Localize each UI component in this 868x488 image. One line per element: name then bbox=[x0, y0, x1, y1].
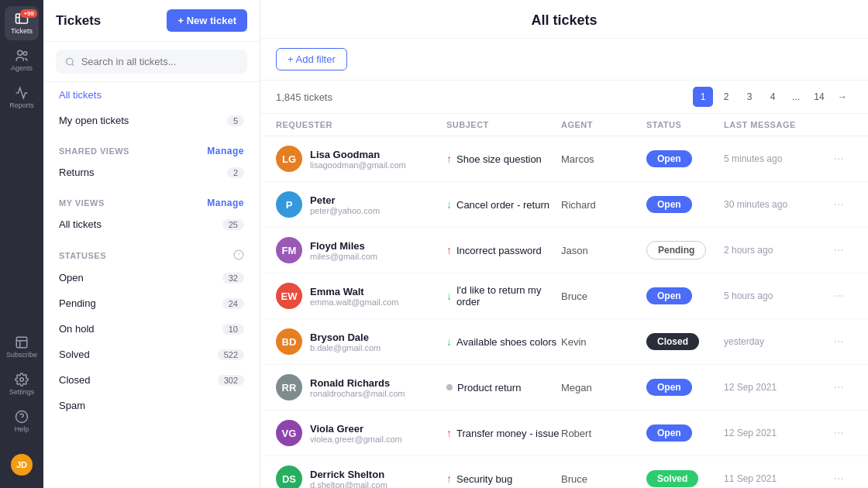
table-body: LG Lisa Goodman lisagoodman@gmail.com ↑ … bbox=[260, 136, 868, 488]
on-hold-count: 10 bbox=[222, 324, 244, 335]
col-actions bbox=[825, 120, 852, 129]
settings-nav-item[interactable]: Settings bbox=[5, 367, 39, 401]
more-options-button[interactable]: ··· bbox=[825, 472, 852, 486]
status-badge: Open bbox=[646, 150, 692, 167]
returns-label: Returns bbox=[59, 167, 95, 178]
search-icon bbox=[65, 57, 75, 67]
more-options-button[interactable]: ··· bbox=[825, 152, 852, 166]
table-row[interactable]: RR Ronald Richards ronaldrochars@mail.co… bbox=[260, 365, 868, 411]
requester-name: Derrick Shelton bbox=[310, 469, 388, 480]
status-cell: Pending bbox=[646, 241, 724, 259]
help-nav-item[interactable]: Help bbox=[5, 404, 39, 438]
subject-cell: ↓ Cancel order - return bbox=[446, 198, 561, 211]
requester-email: lisagoodman@gmail.com bbox=[310, 160, 406, 170]
requester-avatar: VG bbox=[276, 420, 302, 446]
table-row[interactable]: VG Viola Greer violea.greer@gmail.com ↑ … bbox=[260, 411, 868, 456]
status-cell: Open bbox=[646, 424, 724, 442]
sidebar-item-pending[interactable]: Pending 24 bbox=[56, 290, 247, 316]
requester-name: Lisa Goodman bbox=[310, 149, 406, 160]
more-options-button[interactable]: ··· bbox=[825, 243, 852, 257]
all-tickets-label: All tickets bbox=[59, 89, 102, 101]
help-nav-label: Help bbox=[15, 425, 29, 433]
subject-cell: ↓ I'd like to return my order bbox=[446, 284, 561, 308]
priority-up-icon: ↑ bbox=[446, 427, 452, 439]
shared-views-label: SHARED VIEWS bbox=[59, 146, 129, 156]
my-views-manage[interactable]: Manage bbox=[207, 198, 244, 208]
requester-cell: RR Ronald Richards ronaldrochars@mail.co… bbox=[276, 374, 446, 400]
more-options-button[interactable]: ··· bbox=[825, 380, 852, 394]
search-input[interactable] bbox=[81, 56, 238, 67]
main-content: All tickets + Add filter 1,845 tickets 1… bbox=[260, 0, 868, 488]
col-requester: REQUESTER bbox=[276, 120, 446, 129]
requester-name: Viola Greer bbox=[310, 423, 402, 435]
requester-info: Viola Greer violea.greer@gmail.com bbox=[310, 423, 402, 444]
add-filter-button[interactable]: + Add filter bbox=[276, 48, 347, 70]
more-options-button[interactable]: ··· bbox=[825, 426, 852, 440]
status-badge: Pending bbox=[646, 241, 706, 259]
requester-cell: EW Emma Walt emma.walt@gmail.com bbox=[276, 283, 446, 309]
search-input-wrap bbox=[56, 50, 247, 74]
requester-cell: P Peter peter@yahoo.com bbox=[276, 191, 446, 218]
svg-point-4 bbox=[20, 378, 24, 382]
info-icon[interactable] bbox=[233, 249, 244, 262]
tickets-nav-item[interactable]: +99 Tickets bbox=[5, 6, 39, 40]
more-options-button[interactable]: ··· bbox=[825, 335, 852, 349]
agent-cell: Robert bbox=[561, 428, 646, 439]
sidebar-item-on-hold[interactable]: On hold 10 bbox=[56, 316, 247, 342]
requester-avatar: FM bbox=[276, 237, 302, 263]
page-14-btn[interactable]: 14 bbox=[809, 87, 829, 107]
agents-nav-item[interactable]: Agents bbox=[5, 43, 39, 77]
table-row[interactable]: DS Derrick Shelton d.shelton@mail.com ↑ … bbox=[260, 456, 868, 488]
requester-email: b.dale@gmail.com bbox=[310, 343, 381, 352]
tickets-count: 1,845 tickets bbox=[276, 91, 332, 103]
sidebar-item-returns[interactable]: Returns 2 bbox=[56, 160, 247, 185]
user-avatar-nav[interactable]: JD bbox=[5, 448, 39, 482]
closed-label: Closed bbox=[59, 374, 90, 386]
page-2-btn[interactable]: 2 bbox=[716, 87, 736, 107]
shared-views-manage[interactable]: Manage bbox=[207, 146, 244, 156]
page-next-btn[interactable]: → bbox=[832, 87, 852, 107]
last-message: 2 hours ago bbox=[724, 245, 825, 256]
col-agent: AGENT bbox=[561, 120, 646, 129]
more-options-button[interactable]: ··· bbox=[825, 198, 852, 211]
filter-bar: + Add filter bbox=[260, 39, 868, 81]
table-row[interactable]: P Peter peter@yahoo.com ↓ Cancel order -… bbox=[260, 182, 868, 228]
subject-cell: ↑ Security bug bbox=[446, 473, 561, 485]
main-header: All tickets bbox=[260, 0, 868, 39]
page-4-btn[interactable]: 4 bbox=[763, 87, 783, 107]
sidebar-item-open[interactable]: Open 32 bbox=[56, 265, 247, 290]
priority-down-icon: ↓ bbox=[446, 290, 452, 302]
page-ellipsis: ... bbox=[786, 87, 806, 107]
page-3-btn[interactable]: 3 bbox=[739, 87, 760, 107]
table-row[interactable]: LG Lisa Goodman lisagoodman@gmail.com ↑ … bbox=[260, 136, 868, 182]
sidebar-item-closed[interactable]: Closed 302 bbox=[56, 367, 247, 393]
last-message: 12 Sep 2021 bbox=[724, 382, 825, 393]
sidebar-item-all-tickets[interactable]: All tickets bbox=[56, 82, 247, 108]
solved-label: Solved bbox=[59, 349, 90, 360]
pending-count: 24 bbox=[222, 298, 244, 309]
new-ticket-button[interactable]: + New ticket bbox=[167, 9, 247, 32]
status-cell: Closed bbox=[646, 333, 724, 350]
table-row[interactable]: EW Emma Walt emma.walt@gmail.com ↓ I'd l… bbox=[260, 273, 868, 319]
status-badge: Open bbox=[646, 379, 692, 396]
sidebar-item-my-open-tickets[interactable]: My open tickets 5 bbox=[56, 108, 247, 133]
svg-point-2 bbox=[23, 52, 27, 56]
requester-name: Emma Walt bbox=[310, 286, 398, 297]
page-1-btn[interactable]: 1 bbox=[693, 87, 713, 107]
table-row[interactable]: FM Floyd Miles miles@gmail.com ↑ Incorre… bbox=[260, 228, 868, 273]
subscribe-nav-item[interactable]: Subscribe bbox=[5, 330, 39, 364]
sidebar-item-spam[interactable]: Spam bbox=[56, 393, 247, 418]
requester-cell: LG Lisa Goodman lisagoodman@gmail.com bbox=[276, 146, 446, 172]
more-options-button[interactable]: ··· bbox=[825, 289, 852, 303]
last-message: 30 minutes ago bbox=[724, 199, 825, 210]
sidebar-item-solved[interactable]: Solved 522 bbox=[56, 342, 247, 367]
reports-nav-item[interactable]: Reports bbox=[5, 81, 39, 115]
table-row[interactable]: BD Bryson Dale b.dale@gmail.com ↓ Availa… bbox=[260, 319, 868, 365]
shared-views-section: SHARED VIEWS Manage Returns 2 bbox=[43, 133, 260, 185]
priority-dot-icon bbox=[446, 384, 453, 390]
sidebar-item-all-tickets-view[interactable]: All tickets 25 bbox=[56, 211, 247, 237]
spam-label: Spam bbox=[59, 400, 85, 411]
svg-rect-3 bbox=[16, 337, 27, 348]
my-open-tickets-count: 5 bbox=[227, 115, 244, 126]
requester-info: Ronald Richards ronaldrochars@mail.com bbox=[310, 377, 405, 398]
